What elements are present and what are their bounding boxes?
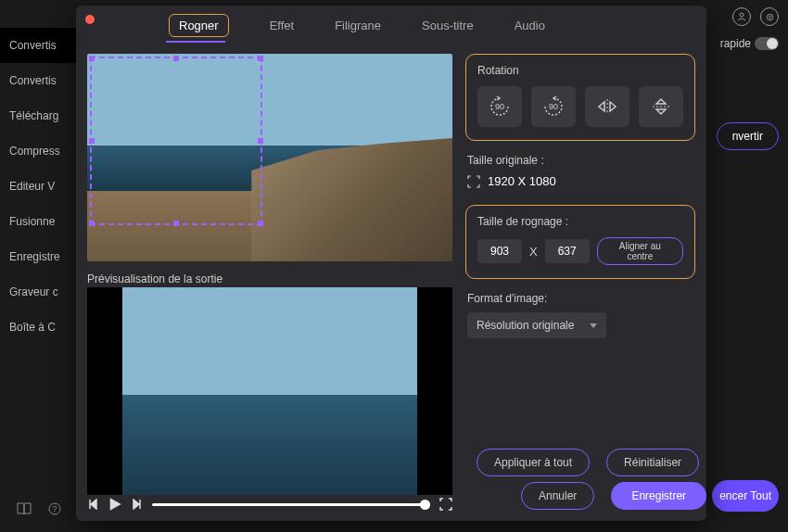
- rotation-label: Rotation: [477, 64, 683, 77]
- crop-width-input[interactable]: [477, 239, 522, 263]
- aspect-label: Format d'image:: [467, 292, 695, 305]
- sidebar-item[interactable]: Compress: [0, 133, 83, 169]
- crop-handle[interactable]: [258, 138, 263, 144]
- cancel-button[interactable]: Annuler: [521, 482, 594, 510]
- sidebar-item[interactable]: Boîte à C: [0, 310, 83, 345]
- tab-watermark[interactable]: Filigrane: [335, 19, 381, 37]
- crop-height-input[interactable]: [545, 239, 590, 263]
- crop-handle[interactable]: [258, 221, 263, 226]
- flip-horizontal-button[interactable]: [585, 86, 629, 127]
- aspect-select[interactable]: Résolution originale: [467, 312, 606, 338]
- modal-tabs: Rogner Effet Filigrane Sous-titre Audio: [169, 19, 545, 37]
- crop-selection[interactable]: [90, 57, 262, 225]
- crop-sep: X: [529, 245, 538, 259]
- book-icon[interactable]: [17, 502, 32, 515]
- original-size-label: Taille originale :: [467, 154, 695, 167]
- rotate-ccw-button[interactable]: 90: [477, 86, 522, 127]
- prev-frame-button[interactable]: [87, 499, 98, 510]
- topbar-icons: ⊜: [732, 7, 779, 26]
- seek-thumb[interactable]: [420, 500, 430, 510]
- sidebar-item[interactable]: Convertis: [0, 28, 83, 63]
- sidebar-item[interactable]: Enregistre: [0, 239, 83, 274]
- primary-actions: Annuler Enregistrer: [521, 482, 706, 510]
- sidebar-item[interactable]: Graveur c: [0, 274, 83, 310]
- tab-subtitle[interactable]: Sous-titre: [422, 19, 474, 37]
- preview-label: Prévisualisation de la sortie: [87, 272, 222, 285]
- fullscreen-button[interactable]: [439, 498, 452, 511]
- video-source[interactable]: [87, 54, 452, 261]
- svg-point-0: [740, 13, 744, 17]
- chevron-down-icon: [590, 323, 597, 328]
- tab-underline: [166, 41, 225, 43]
- bottom-left-icons: ?: [17, 502, 61, 515]
- sidebar-item[interactable]: Convertis: [0, 63, 83, 98]
- video-preview: [87, 287, 452, 495]
- original-size-value: 1920 X 1080: [467, 174, 695, 188]
- fast-toggle[interactable]: [755, 37, 779, 50]
- preview-image: [122, 287, 417, 495]
- crop-size-label: Taille de rognage :: [477, 215, 683, 228]
- sidebar-item[interactable]: Fusionne: [0, 204, 83, 239]
- sidebar-item[interactable]: Télécharg: [0, 98, 83, 133]
- controls-panel: Rotation 90 90 Taille originale : 1920 X…: [465, 54, 695, 338]
- aspect-value: Résolution originale: [477, 319, 574, 332]
- convert-button[interactable]: nvertir: [717, 122, 779, 150]
- close-icon[interactable]: [85, 15, 95, 24]
- crop-handle[interactable]: [173, 56, 179, 61]
- help-icon[interactable]: ⊜: [760, 7, 779, 26]
- svg-text:90: 90: [495, 102, 504, 111]
- save-button[interactable]: Enregistrer: [611, 482, 706, 510]
- start-all-button[interactable]: encer Tout: [712, 480, 779, 512]
- tab-crop[interactable]: Rogner: [169, 14, 229, 37]
- sidebar-item[interactable]: Editeur V: [0, 169, 83, 204]
- crop-handle[interactable]: [173, 221, 179, 226]
- next-frame-button[interactable]: [132, 499, 143, 510]
- video-cliff: [251, 137, 452, 261]
- rotation-group: Rotation 90 90: [465, 54, 695, 141]
- apply-all-button[interactable]: Appliquer à tout: [477, 449, 590, 476]
- expand-icon: [467, 175, 480, 188]
- reset-button[interactable]: Réinitialiser: [606, 449, 699, 476]
- crop-handle[interactable]: [89, 221, 95, 226]
- crop-size-group: Taille de rognage : X Aligner au centre: [465, 205, 695, 279]
- svg-text:?: ?: [52, 504, 57, 513]
- crop-handle[interactable]: [258, 56, 263, 61]
- player-controls: [87, 497, 452, 512]
- user-icon[interactable]: [732, 7, 751, 26]
- secondary-actions: Appliquer à tout Réinitialiser: [477, 449, 699, 476]
- svg-text:90: 90: [549, 102, 558, 111]
- sidebar: Convertis Convertis Télécharg Compress E…: [0, 28, 83, 345]
- crop-handle[interactable]: [89, 56, 95, 61]
- seek-bar[interactable]: [152, 503, 430, 506]
- align-center-button[interactable]: Aligner au centre: [597, 237, 683, 265]
- rotate-cw-button[interactable]: 90: [531, 86, 576, 127]
- tab-audio[interactable]: Audio: [515, 19, 545, 37]
- crop-handle[interactable]: [89, 138, 95, 144]
- tab-effect[interactable]: Effet: [270, 19, 295, 37]
- fast-label: rapide: [720, 37, 751, 50]
- crop-modal: Rogner Effet Filigrane Sous-titre Audio …: [76, 6, 706, 521]
- flip-vertical-button[interactable]: [639, 86, 683, 127]
- question-icon[interactable]: ?: [48, 502, 61, 515]
- play-button[interactable]: [108, 497, 122, 512]
